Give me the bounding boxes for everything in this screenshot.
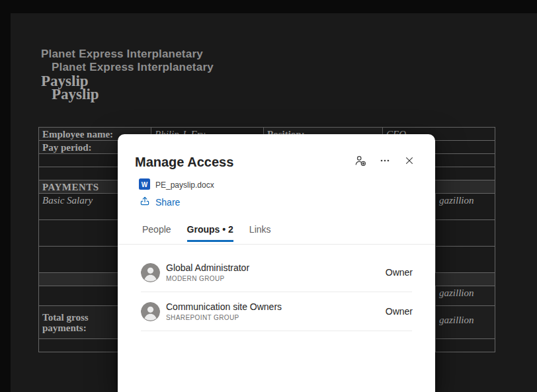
close-icon	[404, 155, 415, 168]
share-label: Share	[155, 197, 180, 208]
group-list-item: Communication site Owners SHAREPOINT GRO…	[118, 292, 435, 331]
dialog-title: Manage Access	[135, 153, 233, 171]
group-list: Global Administrator MODERN GROUP Owner …	[118, 253, 435, 331]
svg-text:W: W	[142, 180, 148, 188]
person-add-icon	[354, 155, 366, 169]
share-button[interactable]: Share	[140, 196, 180, 209]
more-options-button[interactable]	[378, 155, 392, 168]
tabs-divider	[118, 244, 435, 245]
group-info: Global Administrator MODERN GROUP	[166, 262, 386, 282]
group-avatar	[141, 302, 160, 321]
group-list-item: Global Administrator MODERN GROUP Owner	[118, 253, 435, 292]
table-cell	[435, 338, 495, 352]
payslip-heading: Payslip	[41, 73, 89, 90]
grant-access-button[interactable]	[354, 155, 367, 168]
table-cell	[435, 246, 495, 273]
amount-cell: gazillion	[435, 286, 495, 306]
file-row: W PE_payslip.docx	[139, 179, 214, 191]
share-icon	[140, 196, 150, 209]
total-gross-label: Total gross payments:	[42, 312, 114, 333]
manage-access-dialog: Manage Access	[118, 134, 435, 392]
group-role: Owner	[386, 306, 413, 317]
table-cell	[435, 219, 495, 247]
group-role: Owner	[386, 267, 413, 278]
group-avatar	[141, 263, 160, 282]
basic-salary-amount-cell: gazillion	[435, 193, 495, 220]
group-name: Global Administrator	[166, 262, 386, 274]
dialog-action-buttons	[354, 155, 416, 168]
group-type: MODERN GROUP	[166, 275, 386, 282]
close-button[interactable]	[403, 155, 416, 168]
company-heading: Planet Express Interplanetary	[41, 48, 203, 61]
list-divider	[141, 331, 412, 331]
word-file-icon: W	[139, 178, 150, 192]
tab-groups[interactable]: Groups • 2	[187, 224, 233, 242]
tab-links[interactable]: Links	[249, 224, 271, 242]
company-heading: Planet Express Interplanetary	[52, 61, 214, 74]
total-gross-amount-cell: gazillion	[435, 305, 495, 339]
tab-people[interactable]: People	[142, 224, 171, 242]
tab-bar: People Groups • 2 Links	[142, 224, 287, 242]
ellipsis-icon	[379, 155, 391, 169]
group-type: SHAREPOINT GROUP	[166, 314, 386, 321]
group-info: Communication site Owners SHAREPOINT GRO…	[166, 301, 386, 321]
file-name: PE_payslip.docx	[155, 180, 214, 190]
group-name: Communication site Owners	[166, 301, 386, 313]
